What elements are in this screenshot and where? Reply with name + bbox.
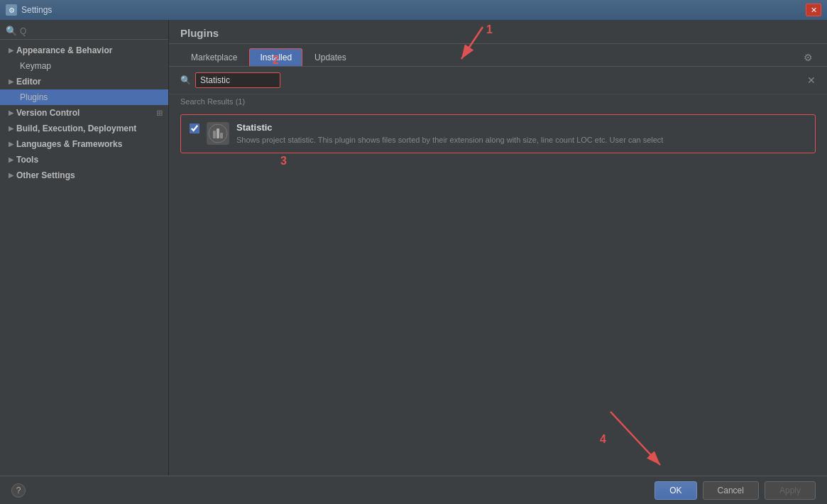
chevron-icon: ▶ — [9, 78, 13, 85]
sidebar-item-label: Appearance & Behavior — [16, 45, 112, 55]
sidebar-item-label: Build, Execution, Deployment — [16, 124, 136, 133]
sidebar-item-keymap[interactable]: Keymap — [0, 58, 168, 74]
sidebar-item-appearance[interactable]: ▶ Appearance & Behavior — [0, 43, 168, 58]
ok-button[interactable]: OK — [655, 481, 696, 500]
page-title: Plugins — [180, 27, 816, 39]
footer-right: OK Cancel Apply — [655, 481, 816, 500]
content-area: Plugins Marketplace Installed Updates ⚙ … — [169, 20, 827, 476]
sidebar-item-label: Version Control — [16, 108, 80, 118]
tab-updates[interactable]: Updates — [304, 48, 357, 66]
plugin-list: Statistic Shows project statistic. This … — [169, 110, 827, 476]
sidebar-search-input[interactable] — [20, 26, 163, 36]
sidebar-item-label: Languages & Frameworks — [16, 139, 122, 149]
plugin-name: Statistic — [236, 122, 806, 133]
plugin-item-statistic[interactable]: Statistic Shows project statistic. This … — [180, 114, 816, 153]
chevron-icon: ▶ — [9, 109, 13, 116]
sidebar-item-label: Other Settings — [16, 170, 75, 180]
help-button[interactable]: ? — [11, 483, 26, 498]
close-button[interactable]: ✕ — [806, 4, 821, 16]
sidebar-item-version-control[interactable]: ▶ Version Control ⊞ — [0, 105, 168, 121]
svg-rect-2 — [217, 128, 219, 138]
tab-installed[interactable]: Installed — [249, 48, 302, 66]
clear-search-icon[interactable]: ✕ — [807, 75, 816, 86]
chevron-icon: ▶ — [9, 156, 13, 163]
settings-gear-icon[interactable]: ⚙ — [801, 49, 816, 66]
sidebar-item-label: Keymap — [20, 61, 51, 71]
search-icon: 🔍 — [6, 26, 17, 36]
app-icon: ⚙ — [6, 4, 17, 16]
content-header: Plugins — [169, 20, 827, 44]
chevron-icon: ▶ — [9, 125, 13, 132]
search-results-label: Search Results (1) — [169, 94, 827, 110]
window-title: Settings — [21, 5, 801, 15]
apply-button[interactable]: Apply — [765, 481, 816, 500]
chevron-icon: ▶ — [9, 47, 13, 54]
sidebar-item-plugins[interactable]: Plugins — [0, 89, 168, 105]
sidebar-item-label: Editor — [16, 77, 41, 87]
plugin-description: Shows project statistic. This plugin sho… — [236, 135, 806, 146]
plugin-search-input[interactable] — [195, 72, 280, 88]
sidebar: 🔍 ▶ Appearance & Behavior Keymap ▶ Edito… — [0, 20, 169, 476]
chevron-icon: ▶ — [9, 141, 13, 148]
main-layout: 🔍 ▶ Appearance & Behavior Keymap ▶ Edito… — [0, 20, 827, 476]
sidebar-item-build[interactable]: ▶ Build, Execution, Deployment — [0, 121, 168, 136]
sidebar-item-editor[interactable]: ▶ Editor — [0, 74, 168, 89]
statistic-plugin-icon — [208, 124, 228, 143]
sidebar-item-label: Tools — [16, 155, 38, 165]
tab-marketplace[interactable]: Marketplace — [180, 48, 248, 66]
plugin-checkbox[interactable] — [190, 124, 199, 133]
cancel-button[interactable]: Cancel — [703, 481, 759, 500]
sidebar-item-tools[interactable]: ▶ Tools — [0, 152, 168, 168]
plugin-search-area: 🔍 ✕ — [169, 67, 827, 94]
title-bar: ⚙ Settings ✕ — [0, 0, 827, 20]
footer-left: ? — [11, 483, 26, 498]
sidebar-item-other[interactable]: ▶ Other Settings — [0, 168, 168, 183]
search-icon: 🔍 — [180, 75, 191, 85]
plugin-info: Statistic Shows project statistic. This … — [236, 122, 806, 146]
svg-rect-1 — [213, 131, 216, 138]
sidebar-search[interactable]: 🔍 — [0, 23, 168, 40]
tabs-bar: Marketplace Installed Updates ⚙ — [169, 44, 827, 67]
svg-rect-3 — [220, 133, 223, 138]
sidebar-item-label: Plugins — [20, 92, 48, 102]
footer: ? OK Cancel Apply — [0, 476, 827, 504]
sidebar-item-languages[interactable]: ▶ Languages & Frameworks — [0, 136, 168, 152]
plugin-icon — [207, 122, 229, 145]
chevron-icon: ▶ — [9, 172, 13, 179]
